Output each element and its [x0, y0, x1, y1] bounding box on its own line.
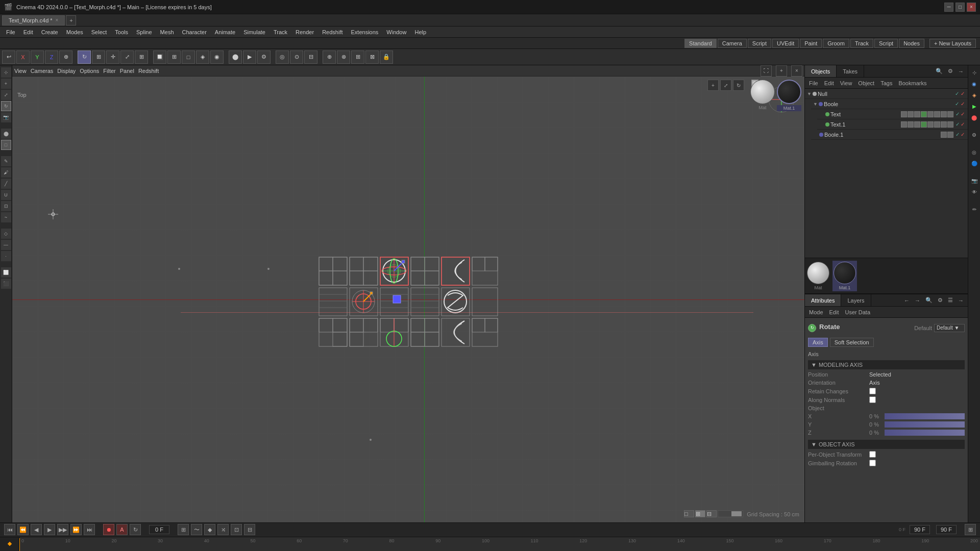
text-tag-2[interactable]: [908, 111, 914, 117]
subtab-axis[interactable]: Axis: [808, 338, 828, 347]
menu-edit[interactable]: Edit: [19, 28, 37, 36]
tl-frame-end-2[interactable]: 90 F: [936, 525, 957, 534]
wp-btn[interactable]: ⊕: [59, 51, 72, 64]
restore-button[interactable]: □: [955, 3, 965, 12]
along-normals-checkbox[interactable]: [869, 396, 876, 403]
obj-tb-object[interactable]: Object: [856, 80, 876, 87]
snap4-btn[interactable]: ⊟: [304, 51, 317, 64]
minimize-button[interactable]: ─: [944, 3, 953, 12]
mode1-btn[interactable]: □: [182, 51, 195, 64]
move-btn[interactable]: ✛: [106, 51, 119, 64]
text1-tag-6[interactable]: [934, 121, 940, 128]
menu-extensions[interactable]: Extensions: [347, 28, 383, 36]
tl-prev-frame[interactable]: ◀: [31, 524, 42, 535]
mat-grey-ball[interactable]: [807, 262, 829, 284]
grid-view-2[interactable]: ⊞: [695, 510, 705, 517]
text1-tag-3[interactable]: [914, 121, 920, 128]
tl-motion-btn[interactable]: 〜: [191, 524, 202, 535]
snap-btn[interactable]: 🔲: [153, 51, 166, 64]
boole-expand[interactable]: ▼: [813, 102, 818, 107]
modeling-axis-header[interactable]: ▼ MODELING AXIS: [808, 360, 965, 369]
text1-tag-2[interactable]: [908, 121, 914, 128]
ri-settings-icon[interactable]: ⚙: [969, 130, 979, 140]
attr-tb-userdata[interactable]: User Data: [843, 309, 873, 316]
obj-row-null[interactable]: ▼ Null ✓ ✓: [805, 89, 968, 99]
lt-smooth[interactable]: ~: [1, 212, 11, 222]
obj-row-text[interactable]: Text ✓ ✓: [817, 109, 968, 119]
ri-eye-icon[interactable]: 👁: [969, 187, 979, 197]
tool4-btn[interactable]: ⊠: [365, 51, 379, 64]
tool5-btn[interactable]: 🔒: [380, 51, 393, 64]
vp-menu-cameras[interactable]: Cameras: [31, 68, 54, 74]
scale-btn[interactable]: ⤢: [120, 51, 134, 64]
lt-brush[interactable]: ✎: [1, 156, 11, 166]
lt-magnet[interactable]: U: [1, 190, 11, 200]
lt-edge[interactable]: —: [1, 240, 11, 250]
menu-redshift[interactable]: Redshift: [318, 28, 347, 36]
obj-row-text1[interactable]: Text.1 ✓ ✓: [817, 119, 968, 130]
tool2-btn[interactable]: ⊗: [337, 51, 350, 64]
null-expand[interactable]: ▼: [807, 91, 812, 96]
tl-keyframe-last[interactable]: ⏭: [84, 524, 95, 535]
lt-poly[interactable]: ◇: [1, 229, 11, 239]
tl-ruler-area[interactable]: 0 10 20 30 40 50 60 70 80 90 100 110 120…: [19, 537, 980, 551]
text-tag-7[interactable]: [941, 111, 947, 117]
subtab-soft-selection[interactable]: Soft Selection: [830, 338, 874, 347]
lt-live[interactable]: ⬤: [1, 129, 11, 139]
menu-help[interactable]: Help: [410, 28, 430, 36]
preset-standard[interactable]: Standard: [684, 39, 717, 48]
attr-settings-icon[interactable]: ⚙: [936, 296, 945, 304]
tl-autokey-btn[interactable]: A: [116, 524, 128, 535]
mat-dark[interactable]: Mat.1: [832, 261, 857, 291]
lt-camera[interactable]: 📷: [1, 112, 11, 122]
snap2-btn[interactable]: ◎: [276, 51, 289, 64]
text1-tag-5[interactable]: [927, 121, 934, 128]
text-tag-1[interactable]: [901, 111, 907, 117]
menu-file[interactable]: File: [2, 28, 19, 36]
obj-search-icon[interactable]: 🔍: [934, 67, 945, 75]
obj-settings-icon[interactable]: ⚙: [946, 67, 955, 75]
text-tag-3[interactable]: [914, 111, 920, 117]
vp-menu-display[interactable]: Display: [57, 68, 76, 74]
text1-tag-4[interactable]: [921, 121, 927, 128]
object-axis-header[interactable]: ▼ OBJECT AXIS: [808, 440, 965, 449]
text1-tag-7[interactable]: [941, 121, 947, 128]
per-object-checkbox[interactable]: [869, 451, 876, 458]
attr-forward-btn[interactable]: →: [913, 297, 922, 304]
preset-camera[interactable]: Camera: [718, 39, 747, 48]
menu-simulate[interactable]: Simulate: [239, 28, 270, 36]
gimballing-checkbox[interactable]: [869, 460, 876, 466]
obj-tb-edit[interactable]: Edit: [822, 80, 836, 87]
menu-character[interactable]: Character: [178, 28, 211, 36]
ri-pen-icon[interactable]: ✏: [969, 204, 979, 214]
boole1-tag-2[interactable]: [947, 132, 953, 138]
tl-play-btn[interactable]: ▶: [44, 524, 55, 535]
preset-script[interactable]: Script: [748, 39, 771, 48]
tl-keyframe-first[interactable]: ⏮: [4, 524, 15, 535]
snap3-btn[interactable]: ⊙: [290, 51, 303, 64]
lt-select2[interactable]: □: [1, 140, 11, 150]
menu-mesh[interactable]: Mesh: [156, 28, 178, 36]
ri-tag-icon[interactable]: ◈: [969, 90, 979, 100]
zoom-slider[interactable]: [718, 510, 743, 517]
obj-tb-view[interactable]: View: [838, 80, 854, 87]
boole1-tag-1[interactable]: [941, 132, 947, 138]
select-btn[interactable]: ⊞: [92, 51, 105, 64]
text-tag-5[interactable]: [927, 111, 934, 117]
text-v2[interactable]: ✓: [961, 111, 965, 117]
close-button[interactable]: ×: [967, 3, 976, 12]
preset-track[interactable]: Track: [850, 39, 873, 48]
menu-create[interactable]: Create: [37, 28, 62, 36]
tool1-btn[interactable]: ⊕: [323, 51, 336, 64]
text-tag-4[interactable]: [921, 111, 927, 117]
vp-menu-filter[interactable]: Filter: [103, 68, 115, 74]
attr-tb-edit[interactable]: Edit: [827, 309, 841, 316]
timeline-track[interactable]: 0 10 20 30 40 50 60 70 80 90 100 110 120…: [0, 537, 980, 551]
obj-tb-tags[interactable]: Tags: [878, 80, 894, 87]
render-btn[interactable]: ▶: [243, 51, 256, 64]
lt-paint[interactable]: 🖌: [1, 167, 11, 178]
attr-arrow-icon[interactable]: →: [956, 297, 966, 304]
retain-changes-checkbox[interactable]: [869, 388, 876, 394]
tl-extra2[interactable]: ⊟: [244, 524, 255, 535]
new-tab-button[interactable]: +: [66, 15, 76, 26]
